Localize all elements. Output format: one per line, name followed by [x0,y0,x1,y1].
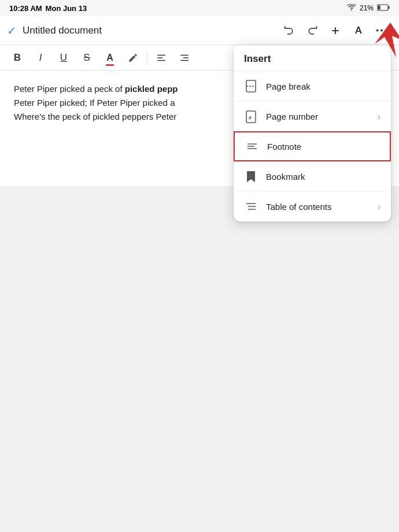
insert-item-toc[interactable]: Table of contents › [234,191,391,221]
insert-item-footnote[interactable]: Footnote [234,131,391,161]
insert-item-page-number[interactable]: # Page number › [234,101,391,131]
toc-chevron: › [378,202,380,212]
bookmark-icon [244,170,258,184]
highlight-button[interactable] [123,47,143,68]
check-icon[interactable]: ✓ [7,24,17,38]
time: 10:28 AM [9,4,42,13]
insert-item-bookmark[interactable]: Bookmark [234,161,391,191]
footnote-label: Footnote [267,142,379,152]
text-part-1: Peter Piper picked a peck of [14,84,125,94]
status-bar: 10:28 AM Mon Jun 13 21% [0,0,399,16]
toc-label: Table of contents [266,202,378,212]
svg-marker-22 [375,23,399,57]
align-right-button[interactable] [174,47,195,68]
wifi-icon [347,4,356,13]
insert-button[interactable]: + [325,20,346,41]
battery-text: 21% [360,4,374,12]
svg-rect-1 [389,6,390,9]
page-number-chevron: › [378,112,380,122]
toc-icon [244,200,258,214]
battery-icon [377,4,390,13]
text-part-2: Peter Piper picked; If Peter Piper picke… [14,98,175,108]
undo-button[interactable] [279,20,300,41]
text-part-3: Where's the peck of pickled peppers Pete… [14,112,176,121]
insert-item-page-break[interactable]: Page break [234,71,391,101]
bold-text: pickled pepp [125,84,178,94]
below-document [0,186,399,532]
insert-panel: Insert Page break # Page number › [234,45,391,221]
page-break-label: Page break [266,82,380,91]
page-break-icon [244,79,258,93]
day-date: Mon Jun 13 [46,4,87,13]
underline-button[interactable]: U [53,47,74,68]
svg-rect-2 [378,5,380,9]
strikethrough-button[interactable]: S [76,47,97,68]
status-left: 10:28 AM Mon Jun 13 [9,4,87,13]
font-color-button[interactable]: A [99,47,120,68]
page-number-label: Page number [266,112,378,121]
bookmark-label: Bookmark [266,172,380,182]
align-left-button[interactable] [151,47,172,68]
italic-button[interactable]: I [30,47,51,68]
separator [147,51,147,65]
doc-title: Untitled document [23,25,279,36]
status-right: 21% [347,4,390,13]
footnote-icon [245,139,259,153]
bold-button[interactable]: B [7,47,28,68]
page-number-icon: # [244,110,258,124]
top-toolbar: ✓ Untitled document + A [0,16,399,45]
svg-text:#: # [249,115,252,121]
redo-button[interactable] [302,20,323,41]
insert-title: Insert [244,53,271,64]
